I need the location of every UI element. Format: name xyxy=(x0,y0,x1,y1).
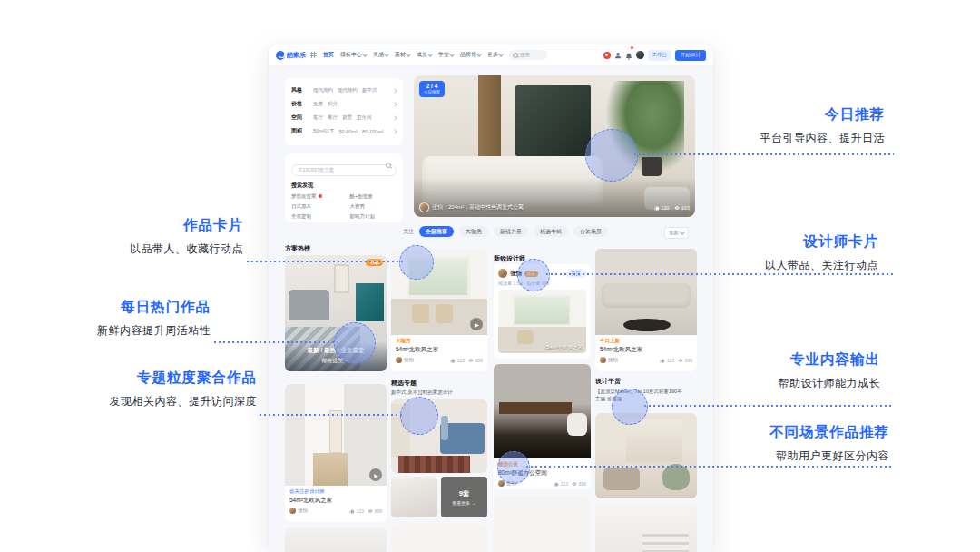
filter-option[interactable]: 现代简约 xyxy=(338,87,358,94)
author-name[interactable]: 张怡 xyxy=(404,357,414,363)
chevron-down-icon xyxy=(498,52,504,57)
search-tag[interactable]: 酷+创造营 xyxy=(349,193,397,200)
workbench-button[interactable]: 工作台 xyxy=(648,50,672,61)
filter-option[interactable]: 新中式 xyxy=(362,87,377,94)
chevron-right-icon[interactable] xyxy=(392,102,397,107)
chevron-right-icon[interactable] xyxy=(392,115,397,121)
play-icon[interactable] xyxy=(470,318,483,330)
card-title[interactable]: 54m²北欧风之家 xyxy=(289,497,382,505)
card-photo xyxy=(595,249,697,335)
play-icon[interactable] xyxy=(369,468,382,481)
search-tag[interactable]: 大赛秀 xyxy=(349,203,397,210)
work-card-partial[interactable] xyxy=(391,524,487,552)
designer-work-photo[interactable]: 54m²北欧风之家 xyxy=(498,290,586,353)
avatar xyxy=(600,357,606,363)
hot-icon xyxy=(318,194,322,198)
filter-option[interactable]: 现代简约 xyxy=(313,87,333,94)
header-search[interactable]: 搜索 xyxy=(509,50,547,60)
annotation-professional-content: 专业内容输出 帮助设计师能力成长 xyxy=(779,350,881,391)
filter-option[interactable]: 餐厅 xyxy=(328,114,338,121)
tab-featured-albums[interactable]: 精选专辑 xyxy=(534,226,568,237)
filter-option[interactable]: 免费 xyxy=(313,101,323,107)
nav-item-inspiration[interactable]: 灵感 xyxy=(373,51,388,59)
tab-all-recommend[interactable]: 全部推荐 xyxy=(419,226,454,237)
annotation-line xyxy=(644,405,894,407)
filter-option[interactable]: 卫生间 xyxy=(357,114,372,121)
new-today-card[interactable]: 今日上新 54m²北欧风之家 张怡 123 899 xyxy=(595,249,697,371)
topic-subtitle[interactable]: 新中式·永不过时的家居设计 xyxy=(391,389,487,396)
topic-thumb-more[interactable]: 9套 查看更多 → xyxy=(441,477,487,518)
tab-masters[interactable]: 大咖秀 xyxy=(459,226,488,237)
hero-caption-text: 张怡：204m²，基础中性色调复式公寓 xyxy=(432,203,524,212)
annotation-line xyxy=(634,153,894,155)
work-card-partial[interactable] xyxy=(285,527,387,552)
hero-banner[interactable]: 2 / 4 今日推荐 张怡：204m²，基础中性色调复式公寓 120 103 xyxy=(414,75,695,217)
filter-option[interactable]: 客厅 xyxy=(313,114,323,121)
user-icon[interactable] xyxy=(614,52,622,59)
annotation-line xyxy=(260,414,403,416)
nav-item-brands[interactable]: 品牌馆 xyxy=(460,51,481,59)
filter-option[interactable]: 积分 xyxy=(328,101,338,107)
filter-option[interactable]: 厨房 xyxy=(342,114,352,121)
author-name[interactable]: 张怡 xyxy=(298,508,308,514)
avatar xyxy=(419,202,429,212)
card-title[interactable]: 54m²北欧风之家 xyxy=(396,346,483,354)
like-icon[interactable] xyxy=(450,358,456,363)
search-icon[interactable] xyxy=(386,163,391,168)
search-tag[interactable]: 全屋定制 xyxy=(291,213,349,220)
avatar[interactable] xyxy=(498,269,507,278)
card-title[interactable]: 54m²北欧风之家 xyxy=(600,346,692,354)
chevron-down-icon xyxy=(427,52,433,57)
tab-rising-stars[interactable]: 新锐力量 xyxy=(494,226,528,237)
annotation-title: 不同场景作品推荐 xyxy=(769,423,889,442)
hero-stats: 120 103 xyxy=(654,205,690,211)
start-design-button[interactable]: 开始设计 xyxy=(675,50,706,61)
search-tag[interactable]: 影响力计划 xyxy=(349,213,397,220)
search-tag[interactable]: 日式原木 xyxy=(291,203,349,210)
nav-item-templates[interactable]: 模板中心 xyxy=(340,51,367,59)
like-icon[interactable] xyxy=(349,508,355,514)
work-card-partial[interactable] xyxy=(595,503,697,552)
annotation-circle xyxy=(497,451,530,484)
avatar[interactable] xyxy=(636,51,644,59)
filter-label: 风格 xyxy=(291,86,313,94)
nav-item-more[interactable]: 更多 xyxy=(487,51,503,59)
nav-item-academy[interactable]: 学堂 xyxy=(438,51,454,59)
work-card[interactable]: 你关注的设计师 54m²北欧风之家 张怡 123 899 xyxy=(285,384,387,522)
rewards-icon[interactable] xyxy=(603,52,611,59)
tab-following[interactable]: 关注 xyxy=(403,228,414,236)
like-icon[interactable] xyxy=(654,205,660,211)
annotation-topic-aggregation: 专题粒度聚合作品 发现相关内容、提升访问深度 xyxy=(110,369,258,409)
article-photo-card[interactable] xyxy=(595,413,697,498)
header-actions: 工作台 开始设计 xyxy=(603,47,707,64)
chevron-right-icon[interactable] xyxy=(392,129,397,134)
views-icon xyxy=(368,508,373,514)
nav-item-materials[interactable]: 素材 xyxy=(395,51,410,59)
work-card-partial[interactable] xyxy=(494,496,591,552)
card-tag[interactable]: 大咖秀 xyxy=(396,338,483,344)
filter-option[interactable]: 50-80m² xyxy=(339,129,358,134)
nav-item-growth[interactable]: 成长 xyxy=(416,51,432,59)
bell-icon[interactable] xyxy=(625,47,632,64)
chevron-down-icon xyxy=(680,230,685,235)
card-tag[interactable]: 今日上新 xyxy=(600,338,692,344)
chevron-down-icon xyxy=(476,52,482,57)
like-icon[interactable] xyxy=(554,481,559,487)
card-photo xyxy=(391,524,487,552)
tab-commercial[interactable]: 公装场景 xyxy=(573,226,608,237)
topic-thumb[interactable] xyxy=(391,477,437,518)
avatar xyxy=(289,508,296,514)
search-tag[interactable]: 梦想改造家 xyxy=(291,193,349,200)
filter-option[interactable]: 50m²以下 xyxy=(313,128,335,134)
nav-item-home[interactable]: 首页 xyxy=(323,51,334,59)
filter-option[interactable]: 80-100m² xyxy=(362,129,384,134)
author-name[interactable]: 张怡 xyxy=(608,357,618,363)
sort-dropdown[interactable]: 最新 xyxy=(664,227,689,239)
chevron-right-icon[interactable] xyxy=(392,88,397,94)
like-icon[interactable] xyxy=(660,358,665,363)
card-photo xyxy=(494,496,591,552)
article-line1[interactable]: 【蓝渲染Master】No.10意式轻奢190平 xyxy=(595,388,697,395)
plan-search-input[interactable] xyxy=(291,164,397,176)
apps-grid-icon[interactable] xyxy=(310,52,317,58)
card-tag[interactable]: 你关注的设计师 xyxy=(289,488,382,495)
